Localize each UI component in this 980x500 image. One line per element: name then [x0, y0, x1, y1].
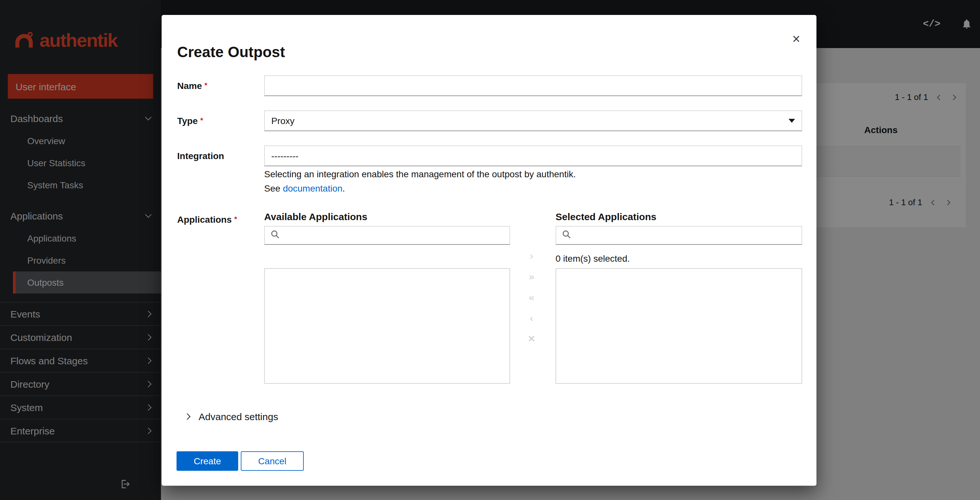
close-icon[interactable]: ×: [792, 32, 800, 45]
integration-label: Integration: [177, 151, 262, 161]
chevron-right-icon: [184, 413, 191, 420]
available-search: [264, 226, 510, 245]
integration-help-text: Selecting an integration enables the man…: [264, 169, 576, 179]
clear-selection-button[interactable]: ✕: [524, 331, 539, 347]
cancel-button[interactable]: Cancel: [241, 451, 304, 471]
integration-help-line2: See documentation.: [264, 183, 345, 194]
label-text: Name: [177, 81, 202, 91]
label-text: Integration: [177, 151, 224, 161]
type-select-value: Proxy: [271, 116, 295, 126]
selected-search-input[interactable]: [576, 227, 802, 244]
selected-applications-header: Selected Applications: [555, 211, 802, 222]
dual-list-controls: › » « ‹ ✕: [522, 248, 541, 347]
search-icon: [270, 229, 280, 241]
integration-select[interactable]: ---------: [264, 145, 802, 166]
label-text: Applications: [177, 214, 232, 225]
remove-all-button[interactable]: «: [524, 290, 539, 305]
selected-applications-list[interactable]: [555, 268, 802, 384]
required-marker: *: [200, 116, 203, 124]
app-root: </> authentik User interface Dashboards: [0, 0, 980, 500]
add-all-button[interactable]: »: [524, 269, 539, 284]
help-period: .: [342, 183, 345, 194]
advanced-settings-toggle[interactable]: Advanced settings: [185, 411, 278, 422]
documentation-link[interactable]: documentation: [283, 183, 343, 194]
selected-count-text: 0 item(s) selected.: [555, 253, 630, 264]
selected-search: [555, 226, 802, 245]
modal-title: Create Outpost: [177, 43, 285, 61]
add-selected-button[interactable]: ›: [524, 248, 539, 264]
remove-selected-button[interactable]: ‹: [524, 311, 539, 326]
name-input[interactable]: [264, 75, 802, 96]
type-label: Type*: [177, 116, 262, 126]
applications-label: Applications*: [177, 214, 262, 225]
create-outpost-modal: Create Outpost × Name* Type* Proxy Integ…: [162, 15, 816, 486]
available-search-input[interactable]: [284, 227, 509, 244]
advanced-settings-label: Advanced settings: [199, 411, 278, 422]
available-applications-header: Available Applications: [264, 211, 510, 222]
help-see-text: See: [264, 183, 283, 194]
name-label: Name*: [177, 81, 262, 91]
create-button[interactable]: Create: [177, 451, 238, 471]
required-marker: *: [234, 215, 237, 223]
required-marker: *: [204, 81, 207, 89]
integration-select-value: ---------: [271, 151, 299, 161]
type-select[interactable]: Proxy: [264, 110, 802, 131]
search-icon: [562, 229, 571, 241]
label-text: Type: [177, 116, 197, 126]
caret-down-icon: [789, 119, 795, 123]
available-applications-list[interactable]: [264, 268, 510, 384]
